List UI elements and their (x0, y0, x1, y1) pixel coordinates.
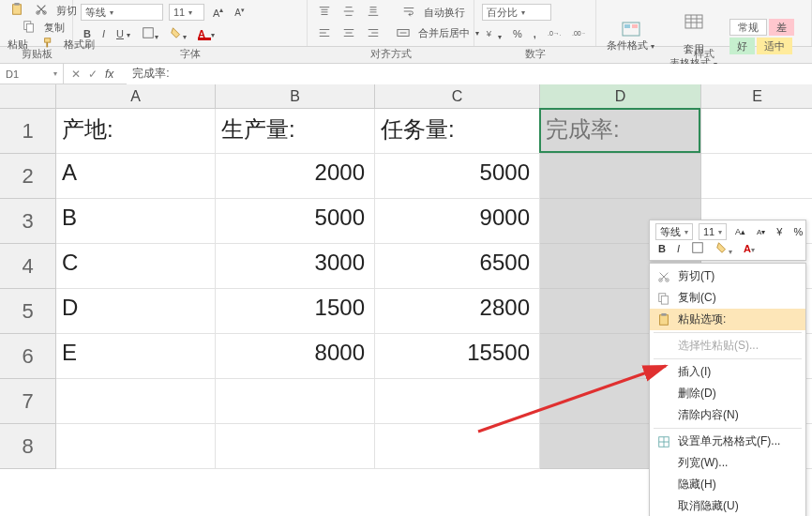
align-bottom-icon[interactable] (364, 4, 383, 21)
percent-format-icon[interactable]: % (510, 27, 525, 40)
column-header-D[interactable]: D (540, 84, 701, 109)
row-header-2[interactable]: 2 (0, 154, 56, 199)
mini-font-name[interactable]: 等线▾ (655, 223, 693, 240)
row-header-7[interactable]: 7 (0, 379, 56, 424)
ctx-hide[interactable]: 隐藏(H) (650, 474, 805, 495)
comma-format-icon[interactable]: , (531, 27, 539, 40)
mini-border-icon[interactable] (688, 240, 707, 257)
row-header-1[interactable]: 1 (0, 109, 56, 154)
cell-B1[interactable]: 生产量: (216, 109, 375, 154)
border-button[interactable]: ▾ (139, 25, 161, 42)
column-header-A[interactable]: A (56, 84, 216, 109)
align-left-icon[interactable] (315, 25, 334, 42)
align-center-icon[interactable] (339, 25, 358, 42)
fbar-cancel-icon[interactable]: ✕ (71, 68, 81, 81)
cell-B2[interactable]: 2000 (216, 154, 375, 199)
formula-input[interactable] (127, 64, 812, 84)
cell-A2[interactable]: A (56, 154, 216, 199)
bold-button[interactable]: B (81, 27, 94, 40)
mini-font-size[interactable]: 11▾ (699, 223, 727, 240)
number-format-combo[interactable]: 百分比▾ (482, 4, 551, 21)
cell-B6[interactable]: 8000 (216, 334, 375, 379)
ctx-insert[interactable]: 插入(I) (650, 361, 805, 383)
align-middle-icon[interactable] (339, 4, 358, 21)
ctx-col-width[interactable]: 列宽(W)... (650, 452, 805, 474)
cell-A3[interactable]: B (56, 199, 216, 244)
cell-C5[interactable]: 2800 (375, 289, 540, 334)
row-header-4[interactable]: 4 (0, 244, 56, 289)
ribbon-group-alignment: 自动换行 合并后居中 ▾ (308, 0, 474, 46)
cell-E2[interactable] (701, 154, 812, 199)
cell-A7[interactable] (56, 379, 216, 424)
cell-A5[interactable]: D (56, 289, 216, 334)
font-name-value: 等线 (85, 6, 106, 20)
fill-color-button[interactable]: ▾ (167, 25, 189, 42)
cell-A4[interactable]: C (56, 244, 216, 289)
cell-C4[interactable]: 6500 (375, 244, 540, 289)
mini-decrease-font-icon[interactable]: A▾ (754, 227, 768, 237)
row-header-3[interactable]: 3 (0, 199, 56, 244)
style-normal[interactable]: 常规 (729, 19, 767, 36)
underline-button[interactable]: U ▾ (113, 27, 133, 40)
column-header-B[interactable]: B (216, 84, 375, 109)
cell-B4[interactable]: 3000 (216, 244, 375, 289)
cell-B5[interactable]: 1500 (216, 289, 375, 334)
wrap-text-button[interactable] (399, 4, 418, 21)
ctx-format-cells[interactable]: 设置单元格格式(F)... (650, 431, 805, 452)
accounting-format-icon[interactable]: ¥▾ (482, 25, 504, 42)
svg-rect-15 (685, 15, 702, 28)
svg-rect-7 (143, 28, 154, 38)
mini-font-color-icon[interactable]: A▾ (741, 242, 758, 255)
ctx-clear[interactable]: 清除内容(N) (650, 404, 805, 426)
cell-B7[interactable] (216, 379, 375, 424)
column-header-C[interactable]: C (375, 84, 540, 109)
ctx-cut[interactable]: 剪切(T) (650, 266, 805, 287)
select-all-corner[interactable] (0, 84, 56, 109)
mini-percent-icon[interactable]: % (790, 225, 805, 238)
cell-C1[interactable]: 任务量: (375, 109, 540, 154)
mini-fill-color-icon[interactable]: ▾ (713, 240, 735, 257)
mini-accounting-icon[interactable]: ¥ (774, 225, 785, 238)
decrease-font-icon[interactable]: A▾ (232, 6, 248, 19)
decrease-decimal-icon[interactable]: .00→.0 (569, 25, 588, 42)
ctx-delete[interactable]: 删除(D) (650, 383, 805, 404)
row-header-6[interactable]: 6 (0, 334, 56, 379)
ctx-separator (654, 332, 802, 333)
cut-button[interactable] (32, 2, 51, 19)
cell-E1[interactable] (701, 109, 812, 154)
cell-C8[interactable] (375, 424, 540, 469)
ctx-paste-options[interactable]: 粘贴选项: (650, 309, 805, 330)
name-box[interactable]: D1 ▾ (0, 64, 64, 84)
mini-italic-button[interactable]: I (674, 242, 683, 255)
fbar-accept-icon[interactable]: ✓ (88, 68, 98, 81)
cell-B3[interactable]: 5000 (216, 199, 375, 244)
align-top-icon[interactable] (315, 4, 334, 21)
font-color-button[interactable]: A▾ (195, 27, 218, 40)
increase-decimal-icon[interactable]: .0→.00 (545, 25, 564, 42)
column-header-E[interactable]: E (701, 84, 812, 109)
align-right-icon[interactable] (364, 25, 383, 42)
cell-B8[interactable] (216, 424, 375, 469)
cell-A8[interactable] (56, 424, 216, 469)
mini-bold-button[interactable]: B (655, 242, 669, 255)
cell-C2[interactable]: 5000 (375, 154, 540, 199)
ctx-unhide[interactable]: 取消隐藏(U) (650, 495, 805, 516)
cell-C6[interactable]: 15500 (375, 334, 540, 379)
cell-A1[interactable]: 产地: (56, 109, 216, 154)
font-size-combo[interactable]: 11▾ (169, 4, 204, 21)
cell-C7[interactable] (375, 379, 540, 424)
copy-button[interactable] (20, 19, 38, 36)
mini-increase-font-icon[interactable]: A▴ (732, 226, 748, 237)
row-header-5[interactable]: 5 (0, 289, 56, 334)
font-name-combo[interactable]: 等线▾ (81, 4, 163, 21)
merge-center-button[interactable] (394, 25, 413, 42)
ctx-copy[interactable]: 复制(C) (650, 287, 805, 309)
paste-button[interactable] (8, 2, 26, 19)
cell-A6[interactable]: E (56, 334, 216, 379)
style-bad[interactable]: 差 (769, 19, 794, 36)
italic-button[interactable]: I (99, 27, 108, 40)
fx-icon[interactable]: fx (105, 68, 119, 81)
increase-font-icon[interactable]: A▴ (210, 5, 226, 20)
row-header-8[interactable]: 8 (0, 424, 56, 469)
cell-C3[interactable]: 9000 (375, 199, 540, 244)
